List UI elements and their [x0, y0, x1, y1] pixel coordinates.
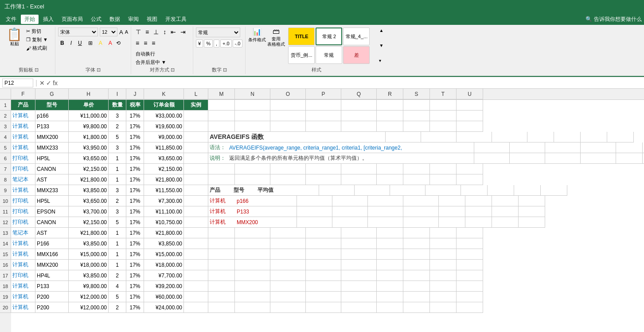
cell-j13[interactable]: 17%: [126, 228, 144, 238]
cell-r16[interactable]: [377, 260, 403, 270]
cell-j16[interactable]: 17%: [126, 260, 144, 270]
row-header-7[interactable]: 7: [0, 164, 11, 174]
cell-r2[interactable]: [377, 111, 403, 121]
cell-u19[interactable]: [457, 292, 483, 302]
cell-k5[interactable]: ¥11,850.00: [144, 142, 184, 153]
cell-g16[interactable]: MMX200: [35, 260, 69, 270]
cell-m18[interactable]: [208, 281, 235, 292]
cell-f3[interactable]: 计算机: [11, 121, 35, 132]
cell-p9[interactable]: [390, 185, 425, 196]
cell-m2[interactable]: [208, 111, 235, 121]
cell-f12[interactable]: 打印机: [11, 217, 35, 228]
cell-o19[interactable]: [270, 292, 306, 302]
cell-m9[interactable]: 产品型号平均值: [208, 185, 319, 196]
cell-u4[interactable]: [607, 132, 634, 142]
cell-u16[interactable]: [457, 260, 483, 270]
row-header-18[interactable]: 18: [0, 281, 11, 292]
col-header-n[interactable]: N: [235, 89, 270, 99]
cell-p1[interactable]: [306, 100, 341, 111]
cell-f5[interactable]: 计算机: [11, 142, 35, 153]
cell-j3[interactable]: 17%: [126, 121, 144, 132]
menu-developer[interactable]: 开发工具: [162, 15, 190, 24]
cell-k15[interactable]: ¥15,000.00: [144, 249, 184, 260]
cell-o9[interactable]: [355, 185, 390, 196]
cell-t2[interactable]: [430, 111, 457, 121]
cell-u13[interactable]: [457, 228, 483, 238]
cell-s8[interactable]: [403, 174, 430, 185]
decimal-decrease-button[interactable]: -.0: [233, 40, 243, 47]
cell-p7[interactable]: [306, 164, 341, 174]
cell-p3[interactable]: [306, 121, 341, 132]
cell-h10[interactable]: ¥3,650.00: [69, 196, 109, 206]
cell-k8[interactable]: ¥21,800.00: [144, 174, 184, 185]
cell-s12[interactable]: [465, 217, 492, 228]
cell-r4[interactable]: [527, 132, 554, 142]
cell-f20[interactable]: 计算机: [11, 302, 35, 313]
cell-r8[interactable]: [377, 174, 403, 185]
style-expand-button[interactable]: ▾: [378, 58, 384, 64]
style-scroll-up-button[interactable]: ▲: [378, 28, 384, 34]
style-normal2-button[interactable]: 常规 2: [316, 28, 342, 45]
col-header-h[interactable]: H: [69, 89, 109, 99]
cell-g6[interactable]: HP5L: [35, 153, 69, 164]
cell-s10[interactable]: [465, 196, 492, 206]
cell-t8[interactable]: [430, 174, 457, 185]
cell-k2[interactable]: ¥33,000.00: [144, 111, 184, 121]
cell-f14[interactable]: 计算机: [11, 238, 35, 249]
col-header-j[interactable]: J: [126, 89, 144, 99]
cell-q1[interactable]: [341, 100, 377, 111]
cell-r7[interactable]: [377, 164, 403, 174]
cell-j7[interactable]: 17%: [126, 164, 144, 174]
cell-o2[interactable]: [270, 111, 306, 121]
format-table-button[interactable]: 套用表格格式: [267, 36, 285, 47]
cell-o18[interactable]: [270, 281, 306, 292]
cell-q14[interactable]: [341, 238, 377, 249]
cell-k1[interactable]: 订单金额: [144, 100, 184, 111]
cell-f19[interactable]: 计算机: [11, 292, 35, 302]
cell-h15[interactable]: ¥15,000.00: [69, 249, 109, 260]
cell-s1[interactable]: [403, 100, 430, 111]
cell-h5[interactable]: ¥3,950.00: [69, 142, 109, 153]
cell-q10[interactable]: [403, 196, 439, 206]
cell-k14[interactable]: ¥3,850.00: [144, 238, 184, 249]
cell-j19[interactable]: 17%: [126, 292, 144, 302]
cell-n11[interactable]: [297, 206, 332, 217]
decimal-increase-button[interactable]: +.0: [220, 40, 232, 47]
cell-i16[interactable]: 1: [109, 260, 126, 270]
cell-u3[interactable]: [457, 121, 483, 132]
style-normal-button[interactable]: 常规: [316, 46, 342, 64]
col-header-k[interactable]: K: [144, 89, 184, 99]
col-header-q[interactable]: Q: [341, 89, 377, 99]
cell-q8[interactable]: [341, 174, 377, 185]
cell-p2[interactable]: [306, 111, 341, 121]
cell-g4[interactable]: MMX200: [35, 132, 69, 142]
cell-k4[interactable]: ¥9,000.00: [144, 132, 184, 142]
italic-button[interactable]: I: [68, 39, 74, 47]
cell-r5[interactable]: [616, 142, 643, 153]
cell-g8[interactable]: AST: [35, 174, 69, 185]
format-painter-button[interactable]: 🖌 格式刷: [25, 44, 49, 52]
cell-u2[interactable]: [457, 111, 483, 121]
cell-u20[interactable]: [457, 302, 483, 313]
cell-n14[interactable]: [235, 238, 270, 249]
cell-r10[interactable]: [439, 196, 465, 206]
cell-p6[interactable]: [545, 153, 581, 164]
cell-t18[interactable]: [430, 281, 457, 292]
col-header-s[interactable]: S: [403, 89, 430, 99]
cell-k6[interactable]: ¥3,650.00: [144, 153, 184, 164]
cell-j10[interactable]: 17%: [126, 196, 144, 206]
insert-function-button[interactable]: fx: [53, 79, 58, 87]
cell-s7[interactable]: [403, 164, 430, 174]
align-top-button[interactable]: ⊤: [134, 28, 143, 36]
cell-j6[interactable]: 17%: [126, 153, 144, 164]
cell-h19[interactable]: ¥12,000.00: [69, 292, 109, 302]
number-format-select[interactable]: 常规: [196, 28, 240, 37]
col-header-m[interactable]: M: [208, 89, 235, 99]
cell-l5[interactable]: [184, 142, 208, 153]
cell-k19[interactable]: ¥60,000.00: [144, 292, 184, 302]
cell-r19[interactable]: [377, 292, 403, 302]
cell-n16[interactable]: [235, 260, 270, 270]
menu-home[interactable]: 开始: [21, 15, 39, 24]
cell-o13[interactable]: [270, 228, 306, 238]
cell-i13[interactable]: 1: [109, 228, 126, 238]
